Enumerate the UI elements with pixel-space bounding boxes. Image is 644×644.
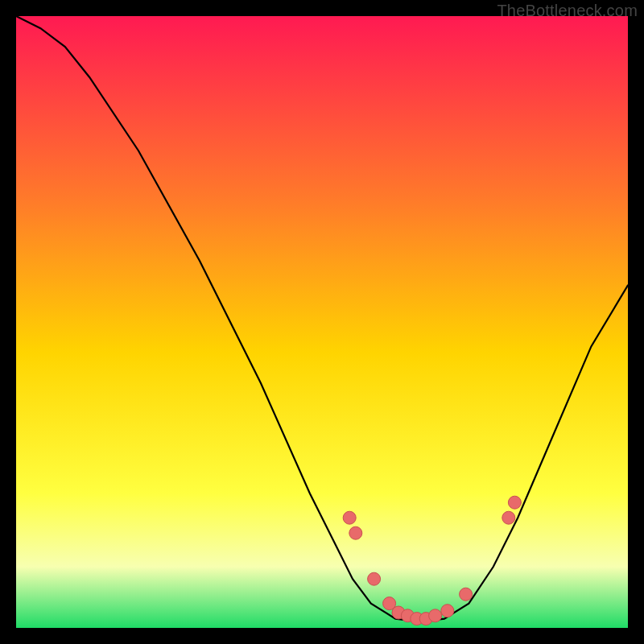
data-marker [429, 609, 442, 622]
data-marker [441, 605, 454, 617]
chart-frame [16, 16, 628, 628]
data-marker [343, 511, 356, 524]
data-marker [368, 572, 381, 585]
attribution-text: TheBottleneck.com [497, 2, 638, 20]
gradient-background [16, 16, 628, 628]
data-marker [349, 526, 362, 539]
data-marker [502, 511, 515, 524]
data-marker [508, 496, 521, 509]
bottleneck-curve-plot [16, 16, 628, 628]
data-marker [460, 588, 473, 601]
